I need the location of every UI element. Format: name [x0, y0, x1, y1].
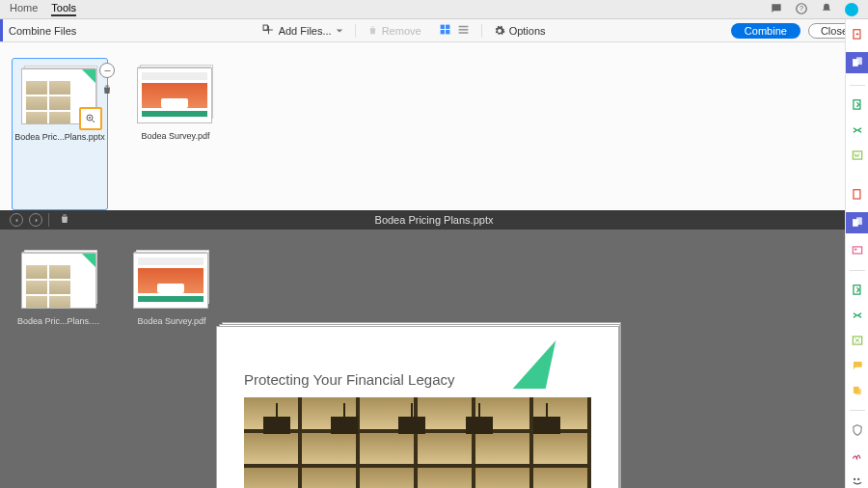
- slide-preview: Protecting Your Financial Legacy: [216, 326, 621, 488]
- add-files-button[interactable]: Add Files...: [257, 22, 349, 39]
- svg-point-26: [857, 478, 859, 480]
- svg-rect-5: [440, 30, 444, 34]
- rail-more-icon[interactable]: [850, 473, 865, 488]
- rail-comment-icon[interactable]: [850, 358, 865, 373]
- svg-rect-6: [446, 30, 449, 34]
- svg-rect-8: [458, 29, 468, 31]
- rail-combine-icon-2[interactable]: [846, 212, 869, 233]
- svg-rect-3: [440, 25, 444, 29]
- slide-photo: [244, 397, 591, 488]
- rail-create-pdf-icon[interactable]: [850, 27, 865, 42]
- help-icon[interactable]: ?: [795, 2, 808, 17]
- rail-word-icon[interactable]: [850, 148, 865, 163]
- app-topbar: Home Tools ?: [0, 0, 868, 19]
- preview-file-card[interactable]: Bodea Pric...Plans.pptx: [15, 243, 104, 488]
- rail-export-icon-2[interactable]: [850, 283, 865, 298]
- file-card[interactable]: Bodea Survey.pdf: [127, 58, 224, 210]
- notifications-icon[interactable]: [820, 2, 833, 17]
- rail-combine-icon[interactable]: [846, 52, 869, 73]
- rail-export-icon[interactable]: [850, 97, 865, 113]
- svg-rect-4: [446, 25, 449, 29]
- svg-rect-16: [853, 190, 859, 199]
- svg-rect-19: [853, 247, 861, 254]
- expand-preview-button[interactable]: [79, 107, 102, 130]
- preview-title: Bodea Pricing Plans.pptx: [375, 214, 494, 226]
- file-card-selected[interactable]: Bodea Pric...Plans.pptx: [12, 58, 108, 210]
- preview-file-card[interactable]: Bodea Survey.pdf: [127, 243, 216, 488]
- file-caption: Bodea Pric...Plans.pptx: [13, 132, 107, 142]
- combine-toolbar: Combine Files Add Files... Remove Option…: [0, 19, 868, 42]
- toolbar-title: Combine Files: [3, 25, 76, 37]
- list-view-button[interactable]: [457, 23, 470, 38]
- rail-compress-icon[interactable]: [850, 122, 865, 138]
- svg-rect-13: [856, 58, 861, 65]
- preview-separator: [48, 213, 49, 227]
- remove-button: Remove: [362, 23, 427, 39]
- options-label: Options: [509, 25, 546, 37]
- toolbar-separator-2: [481, 24, 482, 38]
- svg-rect-20: [854, 249, 856, 251]
- add-files-label: Add Files...: [279, 25, 332, 37]
- toolbar-separator: [355, 24, 356, 38]
- grid-view-button[interactable]: [439, 23, 451, 38]
- user-avatar[interactable]: [845, 3, 858, 16]
- rail-edit-icon[interactable]: [850, 243, 865, 258]
- expand-icon: [85, 113, 96, 124]
- rail-sign-icon[interactable]: [850, 447, 865, 463]
- trash-icon: [367, 25, 378, 36]
- remove-label: Remove: [382, 25, 421, 37]
- svg-text:?: ?: [800, 5, 803, 12]
- tab-home[interactable]: Home: [10, 2, 38, 16]
- preview-trash-button[interactable]: [55, 213, 70, 227]
- preview-toolbar: Bodea Pricing Plans.pptx: [0, 210, 868, 230]
- rail-protect-icon[interactable]: [850, 422, 865, 438]
- options-button[interactable]: Options: [488, 23, 552, 39]
- svg-rect-7: [458, 26, 468, 28]
- file-thumbnail: [137, 68, 212, 123]
- preview-file-caption: Bodea Survey.pdf: [127, 316, 216, 326]
- preview-file-caption: Bodea Pric...Plans.pptx: [15, 316, 104, 326]
- svg-rect-9: [458, 32, 468, 34]
- svg-rect-24: [855, 389, 861, 394]
- svg-point-25: [853, 478, 854, 480]
- rail-stamp-icon[interactable]: [850, 383, 865, 398]
- comments-icon[interactable]: [770, 2, 783, 17]
- file-thumbnails-area: Bodea Pric...Plans.pptx Bodea Survey.pdf: [0, 42, 868, 210]
- collapse-pages-button[interactable]: [99, 63, 115, 78]
- right-tool-rail: [845, 19, 868, 488]
- combine-button[interactable]: Combine: [731, 23, 800, 39]
- add-files-icon: [262, 24, 275, 37]
- chevron-down-icon: [336, 27, 343, 35]
- gear-icon: [494, 25, 505, 37]
- rail-excel-icon[interactable]: [850, 333, 865, 348]
- rail-create-pdf-icon-2[interactable]: [850, 187, 865, 203]
- tab-tools[interactable]: Tools: [51, 2, 76, 16]
- rail-compress-icon-2[interactable]: [850, 308, 865, 323]
- preview-next-button[interactable]: [29, 213, 42, 227]
- preview-prev-button[interactable]: [10, 213, 23, 227]
- file-caption: Bodea Survey.pdf: [127, 131, 224, 141]
- svg-rect-18: [856, 218, 861, 225]
- delete-file-button[interactable]: [101, 84, 113, 97]
- preview-area: Bodea Pric...Plans.pptx Bodea Survey.pdf…: [0, 230, 868, 488]
